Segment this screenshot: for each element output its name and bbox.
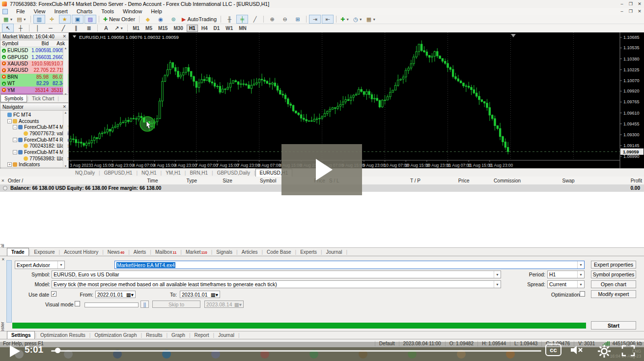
pause-button[interactable]: || [140, 301, 149, 308]
metaeditor-icon[interactable]: ◆ [142, 15, 154, 24]
optimization-checkbox[interactable] [580, 291, 585, 297]
tree-expander-icon[interactable]: - [13, 125, 17, 129]
terminal-tab-code-base[interactable]: Code Base [263, 248, 295, 256]
terminal-close-icon[interactable]: ✕ [0, 179, 6, 183]
tester-tab-report[interactable]: Report [191, 331, 213, 339]
video-play-button[interactable] [10, 345, 20, 357]
video-progress-handle[interactable] [55, 348, 60, 353]
navigator-item[interactable]: 790077673: valeriy [2, 130, 68, 137]
navigator-item[interactable]: -Accounts [2, 118, 68, 124]
timeframe-h1[interactable]: H1 [187, 25, 198, 32]
orders-column-price[interactable]: Price [422, 178, 472, 183]
crosshair-icon[interactable]: ┼ [15, 24, 27, 32]
period-select[interactable]: H1▼ [547, 271, 585, 278]
navigator-scrollbar[interactable]: ▲▼ [63, 111, 68, 168]
market-watch-row[interactable]: ▼XAGUSD22.70522.715 [0, 67, 68, 73]
market-watch-tab-tick-chart[interactable]: Tick Chart [28, 95, 57, 102]
market-watch-row[interactable]: ▼BRN85.9886.01 [0, 74, 68, 80]
timeframe-m5[interactable]: M5 [143, 25, 155, 32]
timeframe-m30[interactable]: M30 [171, 25, 185, 32]
expert-advisors-icon[interactable]: ◉ [155, 15, 167, 24]
autotrading-button[interactable]: ▶AutoTrading [180, 15, 218, 24]
start-button[interactable]: Start [591, 321, 636, 330]
spread-select[interactable]: Current▼ [547, 280, 585, 288]
video-center-overlay[interactable] [281, 144, 362, 195]
market-watch-tab-symbols[interactable]: Symbols [0, 95, 27, 102]
fullscreen-icon[interactable] [621, 344, 636, 357]
to-date-input[interactable]: 2023.01.01▦▾ [180, 291, 220, 298]
video-progress-track[interactable] [51, 350, 541, 352]
timeframe-m1[interactable]: M1 [130, 25, 142, 32]
market-watch-row[interactable]: ▲EURUSD1.090591.09059 [0, 47, 68, 54]
tester-mode-select[interactable]: Expert Advisor▼ [15, 261, 65, 269]
chart-tab-nq-daily[interactable]: NQ,Daily [71, 169, 99, 177]
orders-column-commission[interactable]: Commission [472, 178, 523, 183]
terminal-tab-mailbox[interactable]: Mailbox11 [151, 248, 180, 256]
terminal-tab-trade[interactable]: Trade [7, 248, 29, 256]
zoom-out-icon[interactable]: ⊖ [279, 15, 291, 24]
tester-tab-graph[interactable]: Graph [168, 331, 189, 339]
minimize-icon[interactable]: – [617, 1, 626, 6]
tile-windows-icon[interactable]: ⊞ [292, 15, 304, 24]
child-restore-icon[interactable]: ❐ [626, 9, 635, 14]
navigator-item[interactable]: -ForexClub-MT4 Mark [2, 124, 68, 130]
indicators-icon[interactable]: ✚▼ [339, 15, 351, 24]
from-date-input[interactable]: 2022.01.01▦▾ [95, 291, 136, 298]
terminal-icon[interactable]: ▣ [72, 15, 84, 24]
chart-shift-icon[interactable]: ⇤ [322, 15, 334, 24]
terminal-tab-alerts[interactable]: Alerts [130, 248, 150, 256]
channel-icon[interactable]: ∥ [70, 24, 82, 32]
timeframe-h4[interactable]: H4 [199, 25, 210, 32]
modify-expert-button[interactable]: Modify expert [591, 290, 636, 298]
market-watch-scrollbar[interactable]: ▲▼ [63, 47, 68, 96]
templates-icon[interactable]: ▦▼ [365, 15, 377, 24]
periods-icon[interactable]: ◷▼ [352, 15, 364, 24]
market-watch-row[interactable]: ▼XAUUSD1910.591910.71 [0, 60, 68, 67]
terminal-tab-journal[interactable]: Journal [322, 248, 346, 256]
chart-tab-gbpusd-daily[interactable]: GBPUSD,Daily [213, 169, 254, 177]
terminal-tab-experts[interactable]: Experts [296, 248, 321, 256]
expert-advisor-combo[interactable]: Market\Hero EA MT4.ex4▼ [114, 261, 585, 269]
community-icon[interactable]: ⊚ [168, 15, 179, 24]
visual-mode-checkbox[interactable] [75, 301, 80, 306]
new-chart-icon[interactable]: ▦▼ [2, 15, 14, 24]
symbol-properties-button[interactable]: Symbol properties [591, 271, 636, 278]
market-watch-icon[interactable]: ▥ [33, 15, 45, 24]
line-mode-icon[interactable]: ╱ [249, 15, 261, 24]
orders-column-size[interactable]: Size [199, 178, 234, 183]
tester-tab-optimization-results[interactable]: Optimization Results [36, 331, 89, 339]
orders-column-time[interactable]: Time [118, 178, 160, 183]
restore-icon[interactable]: ❐ [626, 1, 635, 6]
navigator-item[interactable]: 770563983: Шако [2, 155, 68, 162]
orders-column-order[interactable]: Order / [6, 178, 118, 183]
navigator-item[interactable]: 700243182: Шако [2, 143, 68, 149]
tree-expander-icon[interactable]: - [13, 138, 17, 142]
chart-tab-gbpusd-h1[interactable]: GBPUSD,H1 [100, 169, 137, 177]
tree-expander-icon[interactable]: - [13, 150, 17, 154]
navigator-icon[interactable]: ★ [59, 15, 71, 24]
tester-tab-optimization-graph[interactable]: Optimization Graph [90, 331, 140, 339]
market-watch-row[interactable]: ▲WT82.2982.34 [0, 80, 68, 87]
skip-to-button[interactable]: Skip to [152, 301, 200, 308]
navigator-item[interactable]: -ForexClub-MT4 Real S [2, 137, 68, 143]
orders-column-symbol[interactable]: Symbol [234, 178, 279, 183]
use-date-checkbox[interactable]: ✓ [51, 291, 56, 297]
timeframe-w1[interactable]: W1 [223, 25, 235, 32]
menu-file[interactable]: File [12, 8, 29, 14]
closed-captions-button[interactable]: cc [545, 344, 561, 356]
profiles-icon[interactable]: ▤▼ [15, 15, 28, 24]
zoom-in-icon[interactable]: ⊕ [266, 15, 278, 24]
text-icon[interactable]: A [100, 24, 112, 32]
tester-tab-settings[interactable]: Settings [7, 331, 35, 339]
fibonacci-icon[interactable]: ≣ [83, 24, 95, 32]
cursor-icon[interactable]: ↖ [2, 24, 14, 32]
orders-column-swap[interactable]: Swap [523, 178, 577, 183]
terminal-tab-news[interactable]: News40 [104, 248, 128, 256]
timeframe-m15[interactable]: M15 [156, 25, 170, 32]
tester-tab-results[interactable]: Results [142, 331, 166, 339]
arrows-icon[interactable]: ↗▼ [113, 24, 125, 32]
terminal-tab-market[interactable]: Market110 [182, 248, 211, 256]
menu-help[interactable]: Help [146, 8, 167, 14]
terminal-tab-exposure[interactable]: Exposure [30, 248, 58, 256]
expert-properties-button[interactable]: Expert properties [591, 261, 636, 269]
